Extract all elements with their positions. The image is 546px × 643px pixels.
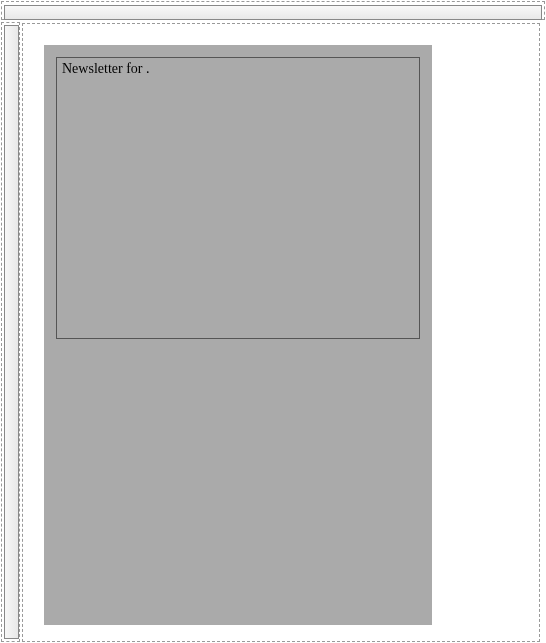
text-frame-content: Newsletter for . — [62, 61, 149, 76]
document-canvas[interactable]: Newsletter for . — [22, 22, 545, 642]
horizontal-ruler-container — [1, 1, 545, 20]
canvas-bounds: Newsletter for . — [22, 23, 540, 642]
vertical-ruler[interactable] — [4, 25, 19, 639]
document-page[interactable]: Newsletter for . — [44, 45, 432, 625]
vertical-ruler-container — [1, 22, 20, 642]
horizontal-ruler[interactable] — [4, 5, 542, 20]
application-window: Newsletter for . — [0, 0, 546, 643]
text-frame[interactable]: Newsletter for . — [56, 57, 420, 339]
